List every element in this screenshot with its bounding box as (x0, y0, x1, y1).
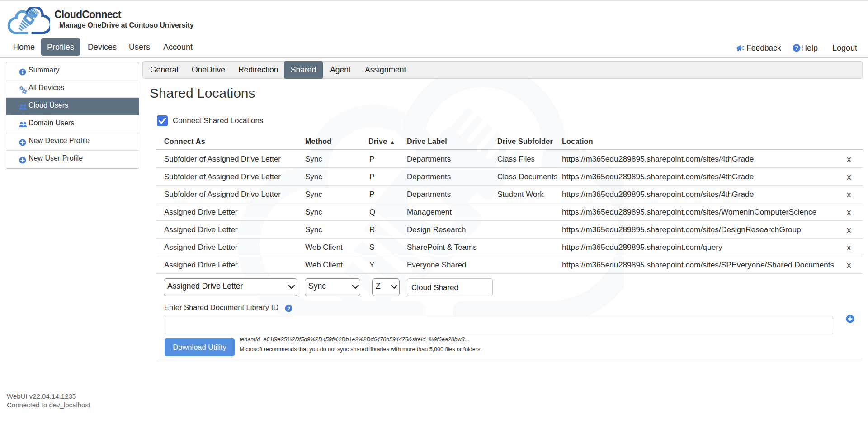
svg-text:?: ? (287, 305, 290, 312)
svg-text:?: ? (795, 45, 798, 51)
